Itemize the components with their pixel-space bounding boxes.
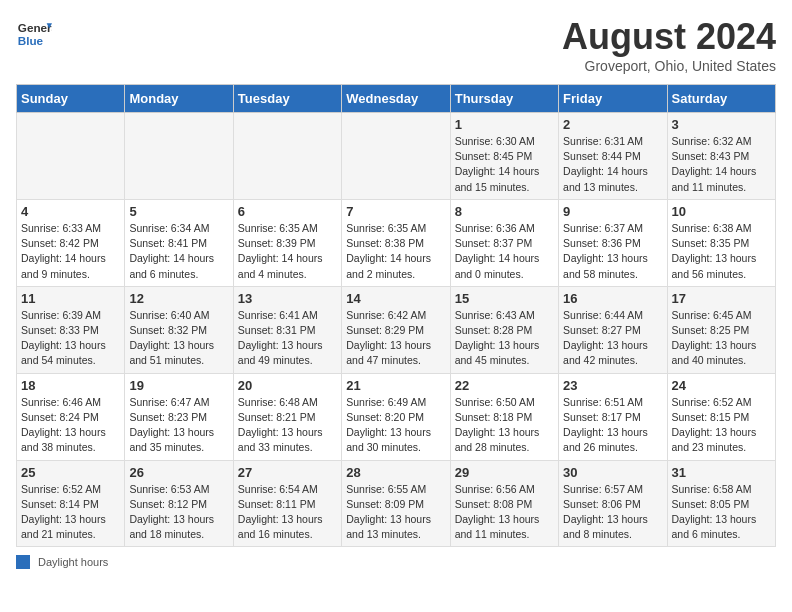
day-info: Sunrise: 6:35 AM Sunset: 8:38 PM Dayligh… — [346, 221, 445, 282]
calendar-cell: 1Sunrise: 6:30 AM Sunset: 8:45 PM Daylig… — [450, 113, 558, 200]
logo: General Blue — [16, 16, 52, 52]
page-title: August 2024 — [562, 16, 776, 58]
day-info: Sunrise: 6:56 AM Sunset: 8:08 PM Dayligh… — [455, 482, 554, 543]
day-number: 15 — [455, 291, 554, 306]
calendar-header-row: SundayMondayTuesdayWednesdayThursdayFrid… — [17, 85, 776, 113]
day-number: 26 — [129, 465, 228, 480]
day-number: 18 — [21, 378, 120, 393]
calendar-cell: 23Sunrise: 6:51 AM Sunset: 8:17 PM Dayli… — [559, 373, 667, 460]
calendar-week-row: 4Sunrise: 6:33 AM Sunset: 8:42 PM Daylig… — [17, 199, 776, 286]
calendar-cell: 22Sunrise: 6:50 AM Sunset: 8:18 PM Dayli… — [450, 373, 558, 460]
day-number: 3 — [672, 117, 771, 132]
day-number: 11 — [21, 291, 120, 306]
calendar-cell: 26Sunrise: 6:53 AM Sunset: 8:12 PM Dayli… — [125, 460, 233, 547]
day-info: Sunrise: 6:51 AM Sunset: 8:17 PM Dayligh… — [563, 395, 662, 456]
calendar-cell: 13Sunrise: 6:41 AM Sunset: 8:31 PM Dayli… — [233, 286, 341, 373]
calendar-cell: 16Sunrise: 6:44 AM Sunset: 8:27 PM Dayli… — [559, 286, 667, 373]
calendar-cell: 30Sunrise: 6:57 AM Sunset: 8:06 PM Dayli… — [559, 460, 667, 547]
day-info: Sunrise: 6:46 AM Sunset: 8:24 PM Dayligh… — [21, 395, 120, 456]
day-info: Sunrise: 6:33 AM Sunset: 8:42 PM Dayligh… — [21, 221, 120, 282]
day-info: Sunrise: 6:44 AM Sunset: 8:27 PM Dayligh… — [563, 308, 662, 369]
calendar-cell: 4Sunrise: 6:33 AM Sunset: 8:42 PM Daylig… — [17, 199, 125, 286]
day-number: 14 — [346, 291, 445, 306]
day-number: 17 — [672, 291, 771, 306]
calendar-cell: 7Sunrise: 6:35 AM Sunset: 8:38 PM Daylig… — [342, 199, 450, 286]
calendar-cell: 25Sunrise: 6:52 AM Sunset: 8:14 PM Dayli… — [17, 460, 125, 547]
day-number: 30 — [563, 465, 662, 480]
calendar-cell: 14Sunrise: 6:42 AM Sunset: 8:29 PM Dayli… — [342, 286, 450, 373]
calendar-cell: 27Sunrise: 6:54 AM Sunset: 8:11 PM Dayli… — [233, 460, 341, 547]
calendar-cell: 29Sunrise: 6:56 AM Sunset: 8:08 PM Dayli… — [450, 460, 558, 547]
calendar-cell: 18Sunrise: 6:46 AM Sunset: 8:24 PM Dayli… — [17, 373, 125, 460]
day-info: Sunrise: 6:37 AM Sunset: 8:36 PM Dayligh… — [563, 221, 662, 282]
title-block: August 2024 Groveport, Ohio, United Stat… — [562, 16, 776, 74]
calendar-table: SundayMondayTuesdayWednesdayThursdayFrid… — [16, 84, 776, 547]
calendar-cell — [233, 113, 341, 200]
svg-text:General: General — [18, 21, 52, 34]
day-number: 13 — [238, 291, 337, 306]
day-number: 2 — [563, 117, 662, 132]
page-subtitle: Groveport, Ohio, United States — [562, 58, 776, 74]
day-info: Sunrise: 6:36 AM Sunset: 8:37 PM Dayligh… — [455, 221, 554, 282]
calendar-cell: 2Sunrise: 6:31 AM Sunset: 8:44 PM Daylig… — [559, 113, 667, 200]
calendar-cell: 21Sunrise: 6:49 AM Sunset: 8:20 PM Dayli… — [342, 373, 450, 460]
calendar-cell: 12Sunrise: 6:40 AM Sunset: 8:32 PM Dayli… — [125, 286, 233, 373]
day-number: 7 — [346, 204, 445, 219]
day-number: 19 — [129, 378, 228, 393]
day-number: 24 — [672, 378, 771, 393]
calendar-cell: 9Sunrise: 6:37 AM Sunset: 8:36 PM Daylig… — [559, 199, 667, 286]
day-info: Sunrise: 6:38 AM Sunset: 8:35 PM Dayligh… — [672, 221, 771, 282]
header-saturday: Saturday — [667, 85, 775, 113]
calendar-week-row: 25Sunrise: 6:52 AM Sunset: 8:14 PM Dayli… — [17, 460, 776, 547]
calendar-cell — [342, 113, 450, 200]
day-info: Sunrise: 6:48 AM Sunset: 8:21 PM Dayligh… — [238, 395, 337, 456]
svg-text:Blue: Blue — [18, 34, 44, 47]
logo-icon: General Blue — [16, 16, 52, 52]
calendar-cell: 3Sunrise: 6:32 AM Sunset: 8:43 PM Daylig… — [667, 113, 775, 200]
header-friday: Friday — [559, 85, 667, 113]
day-info: Sunrise: 6:32 AM Sunset: 8:43 PM Dayligh… — [672, 134, 771, 195]
day-info: Sunrise: 6:30 AM Sunset: 8:45 PM Dayligh… — [455, 134, 554, 195]
page-header: General Blue August 2024 Groveport, Ohio… — [16, 16, 776, 74]
calendar-cell: 28Sunrise: 6:55 AM Sunset: 8:09 PM Dayli… — [342, 460, 450, 547]
day-info: Sunrise: 6:34 AM Sunset: 8:41 PM Dayligh… — [129, 221, 228, 282]
header-tuesday: Tuesday — [233, 85, 341, 113]
header-wednesday: Wednesday — [342, 85, 450, 113]
calendar-week-row: 1Sunrise: 6:30 AM Sunset: 8:45 PM Daylig… — [17, 113, 776, 200]
calendar-cell: 10Sunrise: 6:38 AM Sunset: 8:35 PM Dayli… — [667, 199, 775, 286]
day-info: Sunrise: 6:58 AM Sunset: 8:05 PM Dayligh… — [672, 482, 771, 543]
calendar-cell: 31Sunrise: 6:58 AM Sunset: 8:05 PM Dayli… — [667, 460, 775, 547]
day-info: Sunrise: 6:55 AM Sunset: 8:09 PM Dayligh… — [346, 482, 445, 543]
day-number: 23 — [563, 378, 662, 393]
header-thursday: Thursday — [450, 85, 558, 113]
day-number: 10 — [672, 204, 771, 219]
calendar-cell: 5Sunrise: 6:34 AM Sunset: 8:41 PM Daylig… — [125, 199, 233, 286]
calendar-cell — [17, 113, 125, 200]
calendar-week-row: 11Sunrise: 6:39 AM Sunset: 8:33 PM Dayli… — [17, 286, 776, 373]
day-number: 6 — [238, 204, 337, 219]
day-info: Sunrise: 6:39 AM Sunset: 8:33 PM Dayligh… — [21, 308, 120, 369]
day-number: 27 — [238, 465, 337, 480]
day-number: 9 — [563, 204, 662, 219]
day-info: Sunrise: 6:35 AM Sunset: 8:39 PM Dayligh… — [238, 221, 337, 282]
calendar-cell: 6Sunrise: 6:35 AM Sunset: 8:39 PM Daylig… — [233, 199, 341, 286]
day-info: Sunrise: 6:54 AM Sunset: 8:11 PM Dayligh… — [238, 482, 337, 543]
day-number: 8 — [455, 204, 554, 219]
calendar-cell: 19Sunrise: 6:47 AM Sunset: 8:23 PM Dayli… — [125, 373, 233, 460]
calendar-cell: 17Sunrise: 6:45 AM Sunset: 8:25 PM Dayli… — [667, 286, 775, 373]
day-info: Sunrise: 6:41 AM Sunset: 8:31 PM Dayligh… — [238, 308, 337, 369]
day-number: 5 — [129, 204, 228, 219]
calendar-cell: 11Sunrise: 6:39 AM Sunset: 8:33 PM Dayli… — [17, 286, 125, 373]
calendar-cell: 8Sunrise: 6:36 AM Sunset: 8:37 PM Daylig… — [450, 199, 558, 286]
calendar-week-row: 18Sunrise: 6:46 AM Sunset: 8:24 PM Dayli… — [17, 373, 776, 460]
day-number: 20 — [238, 378, 337, 393]
day-number: 28 — [346, 465, 445, 480]
day-info: Sunrise: 6:43 AM Sunset: 8:28 PM Dayligh… — [455, 308, 554, 369]
day-number: 31 — [672, 465, 771, 480]
day-number: 21 — [346, 378, 445, 393]
legend-color-box — [16, 555, 30, 569]
day-info: Sunrise: 6:45 AM Sunset: 8:25 PM Dayligh… — [672, 308, 771, 369]
day-info: Sunrise: 6:42 AM Sunset: 8:29 PM Dayligh… — [346, 308, 445, 369]
calendar-cell: 15Sunrise: 6:43 AM Sunset: 8:28 PM Dayli… — [450, 286, 558, 373]
legend-label: Daylight hours — [38, 556, 108, 568]
